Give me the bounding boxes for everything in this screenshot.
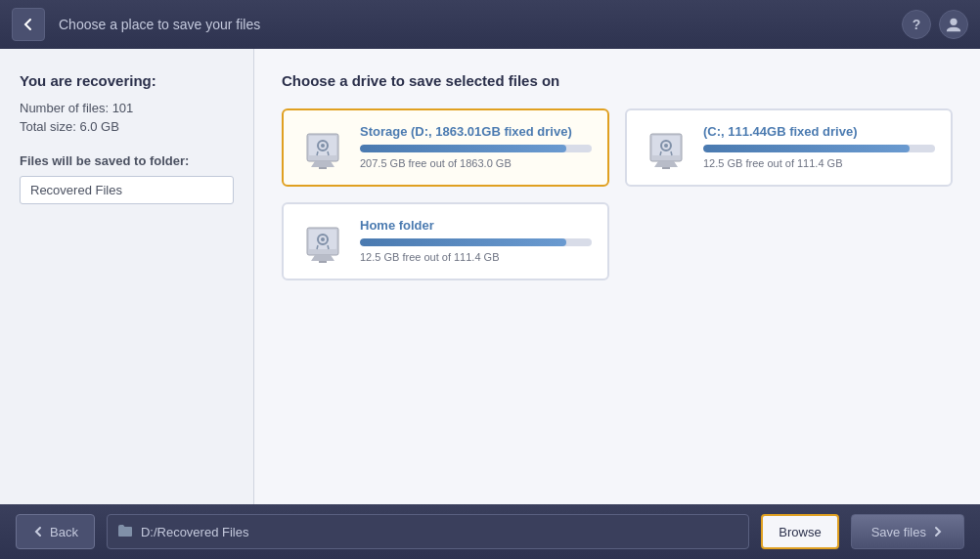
svg-point-5 <box>321 144 325 148</box>
titlebar-title: Choose a place to save your files <box>59 17 888 32</box>
svg-point-10 <box>664 144 668 148</box>
num-files-info: Number of files: 101 <box>20 101 234 115</box>
drive-grid: Storage (D:, 1863.01GB fixed drive) 207.… <box>282 108 953 280</box>
drive-info-storage: Storage (D:, 1863.01GB fixed drive) 207.… <box>360 124 592 169</box>
svg-point-15 <box>321 237 325 241</box>
svg-rect-3 <box>319 167 327 169</box>
drive-icon-storage <box>299 124 346 171</box>
drive-bar-home <box>360 238 592 246</box>
drive-icon-home <box>299 218 346 265</box>
path-box: D:/Recovered Files <box>107 514 749 549</box>
back-label: Back <box>50 525 78 539</box>
back-button[interactable]: Back <box>16 514 95 549</box>
drive-bar-c <box>703 145 935 152</box>
browse-button[interactable]: Browse <box>761 514 838 549</box>
drive-card-c[interactable]: (C:, 111.44GB fixed drive) 12.5 GB free … <box>625 108 953 187</box>
recovering-heading: You are recovering: <box>20 72 234 89</box>
user-icon <box>945 16 962 33</box>
drive-bar-fill-c <box>703 145 910 152</box>
titlebar-actions: ? <box>902 10 968 39</box>
choose-drive-heading: Choose a drive to save selected files on <box>282 72 953 89</box>
drive-free-storage: 207.5 GB free out of 1863.0 GB <box>360 157 592 169</box>
svg-point-0 <box>950 19 957 25</box>
drive-bar-fill-storage <box>360 145 566 152</box>
path-value: D:/Recovered Files <box>141 525 249 539</box>
save-files-button[interactable]: Save files <box>851 514 964 549</box>
bottombar: Back D:/Recovered Files Browse Save file… <box>0 504 980 559</box>
folder-small-icon <box>117 524 133 538</box>
drive-bar-fill-home <box>360 238 566 246</box>
save-label: Save files <box>871 525 926 539</box>
back-arrow-icon <box>21 17 36 32</box>
user-button[interactable] <box>939 10 968 39</box>
drive-card-home[interactable]: Home folder 12.5 GB free out of 111.4 GB <box>282 202 609 280</box>
svg-rect-8 <box>662 167 670 169</box>
save-chevron-icon <box>932 526 944 538</box>
drive-card-storage[interactable]: Storage (D:, 1863.01GB fixed drive) 207.… <box>282 108 609 187</box>
main-layout: You are recovering: Number of files: 101… <box>0 49 980 504</box>
folder-icon <box>117 524 133 540</box>
total-size-info: Total size: 6.0 GB <box>20 119 234 134</box>
svg-rect-13 <box>319 261 327 263</box>
drive-free-c: 12.5 GB free out of 111.4 GB <box>703 157 935 169</box>
drive-name-c: (C:, 111.44GB fixed drive) <box>703 124 935 139</box>
drive-info-home: Home folder 12.5 GB free out of 111.4 GB <box>360 218 592 263</box>
left-panel: You are recovering: Number of files: 101… <box>0 49 254 504</box>
back-chevron-icon <box>32 526 44 538</box>
titlebar: Choose a place to save your files ? <box>0 0 980 49</box>
drive-bar-storage <box>360 145 592 152</box>
drive-info-c: (C:, 111.44GB fixed drive) 12.5 GB free … <box>703 124 935 169</box>
folder-input[interactable] <box>20 176 234 204</box>
titlebar-back-button[interactable] <box>12 8 45 41</box>
drive-name-home: Home folder <box>360 218 592 233</box>
drive-icon-c <box>643 124 690 171</box>
right-panel: Choose a drive to save selected files on <box>254 49 980 504</box>
help-button[interactable]: ? <box>902 10 931 39</box>
drive-free-home: 12.5 GB free out of 111.4 GB <box>360 251 592 263</box>
drive-name-storage: Storage (D:, 1863.01GB fixed drive) <box>360 124 592 139</box>
folder-label: Files will be saved to folder: <box>20 153 234 168</box>
